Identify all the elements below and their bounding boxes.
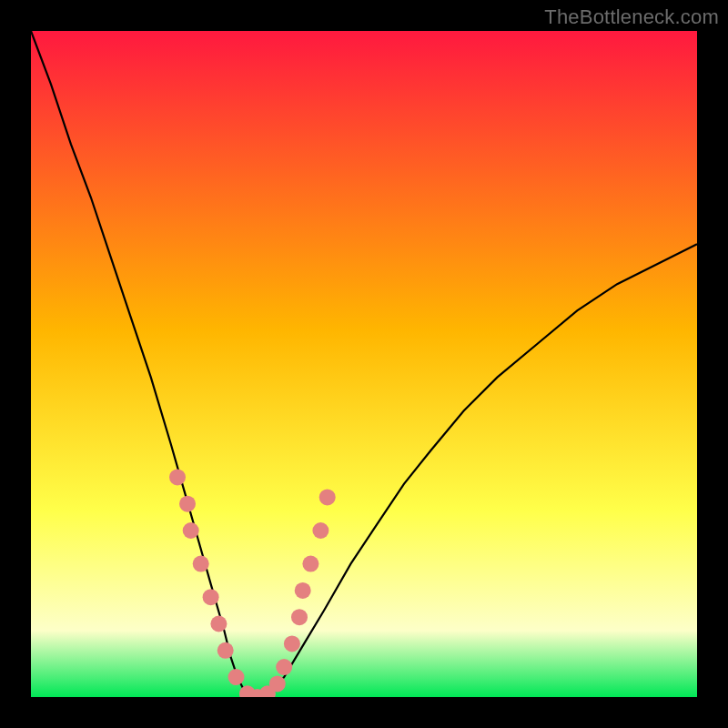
highlight-dot <box>210 616 227 632</box>
highlight-dot <box>319 489 336 505</box>
highlight-dot <box>295 582 311 599</box>
highlight-dot <box>276 659 292 675</box>
chart-frame: TheBottleneck.com <box>0 0 728 728</box>
highlight-dot <box>302 556 318 572</box>
highlight-dot <box>169 469 186 485</box>
highlight-dot <box>193 556 209 572</box>
chart-svg <box>31 31 697 697</box>
highlight-dot <box>183 522 199 539</box>
highlight-dot <box>179 496 196 512</box>
plot-area <box>31 31 697 697</box>
gradient-background <box>31 31 697 697</box>
highlight-dot <box>269 675 286 692</box>
watermark-text: TheBottleneck.com <box>544 5 719 29</box>
highlight-dot <box>203 589 219 605</box>
highlight-dot <box>291 609 308 625</box>
highlight-dot <box>228 669 245 685</box>
highlight-dot <box>217 642 234 659</box>
highlight-dot <box>312 522 329 539</box>
highlight-dot <box>284 635 300 652</box>
